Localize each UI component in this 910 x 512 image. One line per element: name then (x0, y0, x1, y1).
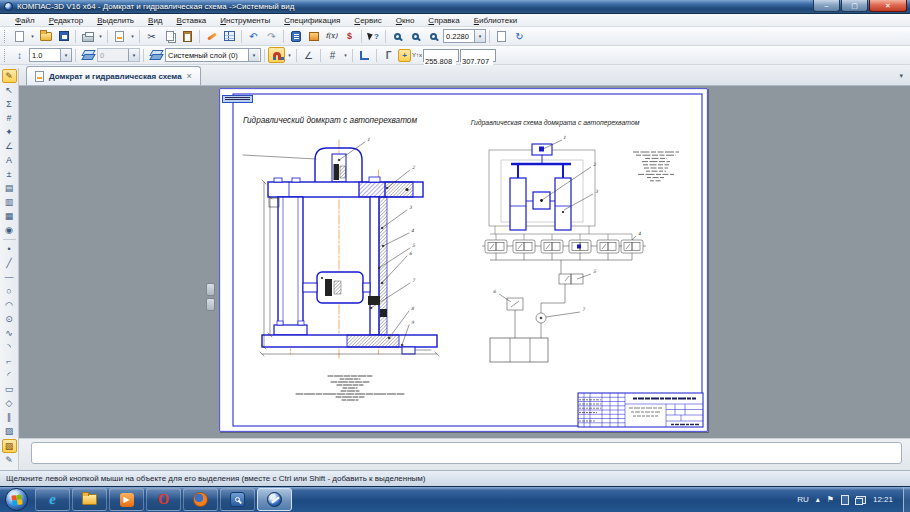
menu-service[interactable]: Сервис (347, 14, 388, 27)
paste-button[interactable] (179, 28, 196, 44)
new-document-caret[interactable]: ▾ (29, 33, 36, 39)
layer-combo[interactable]: ▾ (165, 48, 261, 62)
taskbar-explorer-button[interactable] (72, 488, 107, 511)
taskbar-opera-button[interactable]: O (146, 488, 181, 511)
polygon-tool-icon[interactable]: ◇ (2, 396, 17, 410)
pencil-edit-icon[interactable]: ✎ (2, 69, 17, 83)
start-button[interactable] (5, 488, 28, 511)
roundoff-snap-button[interactable]: + (398, 49, 411, 62)
print-button[interactable] (79, 28, 96, 44)
spline-tool-icon[interactable]: ∿ (2, 326, 17, 340)
menu-edit[interactable]: Редактор (42, 14, 90, 27)
menu-select[interactable]: Выделить (90, 14, 141, 27)
taskbar-ie-button[interactable]: e (35, 488, 70, 511)
copy-button[interactable] (161, 28, 178, 44)
aux-line-tool-icon[interactable]: — (2, 270, 17, 284)
cursor-step-combo[interactable]: ▾ (29, 48, 72, 62)
grid-snap-icon[interactable]: # (2, 111, 17, 125)
panel-grip-2[interactable] (206, 298, 215, 311)
local-cs-button[interactable] (356, 47, 373, 63)
toolbar-grip-2[interactable] (4, 49, 8, 62)
clock[interactable]: 12:21 (873, 495, 893, 504)
undo-button[interactable]: ↶ (245, 28, 262, 44)
hammer-edit-icon[interactable]: ✦ (2, 125, 17, 139)
snap-caret[interactable]: ▾ (286, 52, 293, 58)
cursor-step-button[interactable]: ↕ (11, 47, 28, 63)
cut-button[interactable]: ✂ (143, 28, 160, 44)
pointer-icon[interactable]: ↖ (2, 83, 17, 97)
menu-view[interactable]: Вид (141, 14, 169, 27)
layers-button[interactable] (147, 47, 164, 63)
corner-tool-icon[interactable]: ⌐ (2, 354, 17, 368)
taskbar-media-button[interactable]: ▶ (109, 488, 144, 511)
property-input-area[interactable] (31, 442, 902, 464)
grid-button[interactable]: # (324, 47, 341, 63)
toolbar-grip[interactable] (4, 30, 8, 43)
hidden-icons-button[interactable]: ▴ (816, 495, 820, 504)
print-preview-button[interactable] (111, 28, 128, 44)
coord-y-field[interactable] (460, 49, 496, 62)
ortho-button[interactable]: Г (380, 47, 397, 63)
maximize-button[interactable]: ▢ (841, 0, 868, 12)
snap-magnet-button[interactable] (268, 47, 285, 63)
menu-insert[interactable]: Вставка (170, 14, 214, 27)
show-page-button[interactable] (493, 28, 510, 44)
cursor-step-caret[interactable]: ▾ (60, 49, 71, 61)
context-help-button[interactable]: ? (365, 28, 382, 44)
angle-snap-button[interactable]: ∠ (300, 47, 317, 63)
menu-window[interactable]: Окно (389, 14, 422, 27)
hatch-tool-icon[interactable]: ▨ (2, 424, 17, 438)
panel-designations-icon[interactable]: ▦ (2, 209, 17, 223)
panel-grip-1[interactable] (206, 283, 215, 296)
minimize-button[interactable]: – (813, 0, 840, 12)
taskbar-firefox-button[interactable] (183, 488, 218, 511)
zoom-scale-input[interactable] (444, 31, 474, 42)
redo-button[interactable]: ↷ (263, 28, 280, 44)
segment-tool-icon[interactable]: ╱ (2, 256, 17, 270)
tolerance-icon[interactable]: ± (2, 167, 17, 181)
zoom-out-button[interactable] (425, 28, 442, 44)
layer-caret[interactable]: ▾ (248, 49, 259, 61)
panel-dimensions-icon[interactable]: ▥ (2, 195, 17, 209)
tray-clipboard-icon[interactable] (841, 495, 849, 505)
drawing-canvas[interactable]: Гидравлический домкрат с автоперехватом … (19, 86, 910, 438)
angle-measure-icon[interactable]: ∠ (2, 139, 17, 153)
print-caret[interactable]: ▾ (97, 33, 104, 39)
view-label-stamp[interactable] (222, 95, 253, 103)
coord-x-field[interactable] (423, 49, 459, 62)
document-tab[interactable]: Домкрат и гидравлическая схема × (26, 66, 201, 85)
cursor-step-input[interactable] (30, 50, 60, 61)
refresh-view-button[interactable]: ↻ (511, 28, 528, 44)
close-button[interactable]: ✕ (869, 0, 907, 12)
taskbar-search-app-button[interactable] (220, 488, 255, 511)
library-globe-icon[interactable]: ◉ (2, 223, 17, 237)
rectangle-tool-icon[interactable]: ▭ (2, 382, 17, 396)
menu-specification[interactable]: Спецификация (277, 14, 347, 27)
tray-network-icon[interactable] (856, 496, 866, 504)
zoom-scale-caret[interactable]: ▾ (474, 30, 485, 42)
panel-geometry-icon[interactable]: ▤ (2, 181, 17, 195)
action-center-flag-icon[interactable]: ⚑ (827, 495, 834, 504)
menu-help[interactable]: Справка (421, 14, 466, 27)
spreadsheet-button[interactable] (221, 28, 238, 44)
open-button[interactable] (37, 28, 54, 44)
library-manager-button[interactable] (305, 28, 322, 44)
sum-measure-icon[interactable]: Σ (2, 97, 17, 111)
point-tool-icon[interactable]: • (2, 242, 17, 256)
tab-close-icon[interactable]: × (187, 72, 192, 80)
new-document-button[interactable] (11, 28, 28, 44)
save-button[interactable] (55, 28, 72, 44)
zoom-frame-button[interactable] (389, 28, 406, 44)
zoom-selected-button[interactable] (407, 28, 424, 44)
layer-name-input[interactable] (166, 50, 248, 61)
drawing-sheet[interactable]: Гидравлический домкрат с автоперехватом … (219, 88, 708, 432)
menu-tools[interactable]: Инструменты (213, 14, 277, 27)
fillet-tool-icon[interactable]: ◜ (2, 368, 17, 382)
menu-libraries[interactable]: Библиотеки (467, 14, 524, 27)
text-tool-icon[interactable]: А (2, 153, 17, 167)
circle-tool-icon[interactable]: ○ (2, 284, 17, 298)
specification-button[interactable]: $ (341, 28, 358, 44)
show-desktop-button[interactable] (903, 487, 910, 512)
curve-tool-icon[interactable]: ◝ (2, 340, 17, 354)
paintbrush-icon[interactable]: ✎ (2, 453, 17, 467)
